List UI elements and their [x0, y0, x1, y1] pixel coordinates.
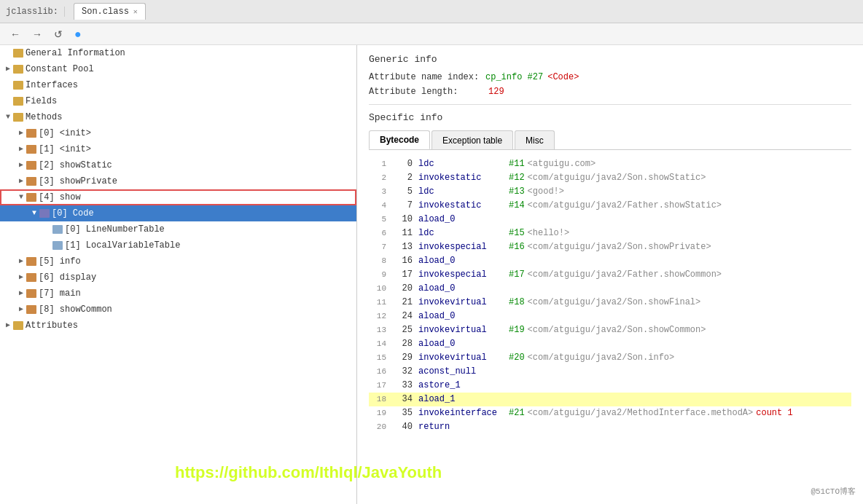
bc-linenum-2: 2	[369, 171, 386, 185]
bc-opcode-8: aload_0	[418, 254, 506, 268]
bc-opcode-2: invokestatic	[418, 171, 506, 185]
tree-item-methods-5-info[interactable]: ▶[5] info	[0, 253, 356, 269]
tree-item-methods-4-show-0-code[interactable]: ▼[0] Code	[0, 205, 356, 221]
tree-icon-methods-6-display	[26, 273, 36, 282]
tree-arrow-methods-4-show: ▼	[16, 191, 26, 204]
bc-ref-6: #15	[509, 227, 525, 240]
bc-offset-18: 34	[392, 393, 413, 406]
attr-name-row: Attribute name index: cp_info #27 <Code>	[369, 72, 851, 82]
tab-bar: jclasslib: Son.class ✕	[0, 0, 863, 23]
tree-icon-methods-4-show-0-code	[39, 209, 50, 218]
tree-label-methods-4-show-code-1-lvt: [1] LocalVariableTable	[65, 239, 180, 252]
tree-arrow-methods-3-showprivate: ▶	[16, 175, 26, 188]
tree-item-methods-7-main[interactable]: ▶[7] main	[0, 286, 356, 302]
tree-icon-attributes	[13, 321, 23, 330]
tree-item-methods-2-showstatic[interactable]: ▶[2] showStatic	[0, 157, 356, 173]
tree-icon-methods-3-showprivate	[26, 177, 36, 186]
main-layout: General Information▶Constant PoolInterfa…	[0, 45, 863, 504]
tab-exception-table[interactable]: Exception table	[432, 130, 513, 149]
bc-linenum-3: 3	[369, 185, 386, 199]
bytecode-row-14: 1428aload_0	[369, 337, 851, 351]
bc-offset-3: 5	[392, 185, 413, 199]
bc-ref-19: #21	[509, 406, 525, 420]
tree-arrow-methods-1-init: ▶	[16, 143, 26, 156]
tree-label-fields: Fields	[26, 95, 57, 108]
bytecode-row-18: 1834aload_1	[369, 393, 851, 406]
tree-item-methods-3-showprivate[interactable]: ▶[3] showPrivate	[0, 173, 356, 189]
attr-name-value: cp_info #27	[485, 72, 543, 82]
bc-offset-11: 21	[392, 296, 413, 310]
tree-label-constant-pool: Constant Pool	[26, 63, 94, 76]
tree-item-general-info[interactable]: General Information	[0, 45, 356, 61]
bc-ref-3: #13	[509, 185, 525, 199]
tree-item-constant-pool[interactable]: ▶Constant Pool	[0, 61, 356, 77]
forward-button[interactable]: →	[28, 27, 47, 42]
bc-linenum-8: 8	[369, 254, 386, 268]
bytecode-row-5: 510aload_0	[369, 213, 851, 227]
tree-label-methods: Methods	[26, 111, 62, 124]
bc-opcode-6: ldc	[418, 227, 506, 240]
tree-icon-constant-pool	[13, 65, 23, 74]
tree-icon-methods	[13, 113, 23, 122]
tree-item-methods-6-display[interactable]: ▶[6] display	[0, 269, 356, 286]
separator	[369, 104, 851, 105]
bc-opcode-5: aload_0	[418, 213, 506, 227]
tree-icon-methods-2-showstatic	[26, 161, 36, 170]
tree-item-methods-1-init[interactable]: ▶[1] <init>	[0, 141, 356, 157]
bc-offset-8: 16	[392, 254, 413, 268]
attr-name-label: Attribute name index:	[369, 72, 485, 82]
generic-info-title: Generic info	[369, 54, 851, 65]
bc-offset-16: 32	[392, 365, 413, 379]
bc-linenum-5: 5	[369, 213, 386, 227]
bc-comment-4: <com/atguigu/java2/Father.showStatic>	[528, 199, 722, 213]
bc-ref-15: #20	[509, 351, 525, 365]
bc-linenum-11: 11	[369, 296, 386, 310]
back-button[interactable]: ←	[6, 27, 25, 42]
bc-linenum-10: 10	[369, 282, 386, 296]
bc-opcode-14: aload_0	[418, 337, 506, 351]
tab-close-icon[interactable]: ✕	[133, 7, 138, 16]
bc-linenum-7: 7	[369, 240, 386, 254]
son-class-tab[interactable]: Son.class ✕	[74, 3, 146, 20]
tree-icon-methods-4-show	[26, 193, 36, 202]
circle-button[interactable]: ●	[70, 26, 86, 42]
tree-item-methods-8-showcommon[interactable]: ▶[8] showCommon	[0, 302, 356, 318]
bytecode-row-12: 1224aload_0	[369, 310, 851, 323]
bc-linenum-18: 18	[369, 393, 386, 406]
bc-opcode-16: aconst_null	[418, 365, 506, 379]
bc-comment-13: <com/atguigu/java2/Son.showCommon>	[528, 323, 706, 337]
tab-misc[interactable]: Misc	[515, 130, 555, 149]
refresh-button[interactable]: ↺	[50, 27, 67, 42]
bc-offset-14: 28	[392, 337, 413, 351]
tree-item-methods-4-show[interactable]: ▼[4] show	[0, 189, 356, 205]
tree-arrow-methods: ▼	[3, 111, 13, 124]
tree-arrow-methods-5-info: ▶	[16, 255, 26, 268]
tree-item-methods-4-show-code-1-lvt[interactable]: [1] LocalVariableTable	[0, 237, 356, 253]
bc-comment-6: <hello!>	[528, 227, 570, 240]
tree-icon-methods-4-show-code-0-lnt	[52, 225, 63, 234]
toolbar: ← → ↺ ●	[0, 23, 863, 45]
bytecode-row-7: 713invokespecial#16 <com/atguigu/java2/S…	[369, 240, 851, 254]
bc-linenum-1: 1	[369, 157, 386, 171]
attr-length-label: Attribute length:	[369, 87, 485, 97]
tab-bytecode[interactable]: Bytecode	[369, 130, 430, 149]
tree-label-methods-1-init: [1] <init>	[39, 143, 91, 156]
bytecode-row-19: 1935invokeinterface#21 <com/atguigu/java…	[369, 406, 851, 420]
bytecode-row-1: 10ldc#11 <atguigu.com>	[369, 157, 851, 171]
bc-offset-17: 33	[392, 379, 413, 393]
tree-item-attributes[interactable]: ▶Attributes	[0, 318, 356, 334]
bc-linenum-15: 15	[369, 351, 386, 365]
right-panel: Generic info Attribute name index: cp_in…	[357, 45, 863, 504]
tree-label-methods-8-showcommon: [8] showCommon	[39, 303, 112, 316]
bc-opcode-15: invokevirtual	[418, 351, 506, 365]
tree-label-methods-4-show: [4] show	[39, 191, 81, 204]
bc-opcode-1: ldc	[418, 157, 506, 171]
tree-item-methods-0-init[interactable]: ▶[0] <init>	[0, 125, 356, 141]
bc-opcode-13: invokevirtual	[418, 323, 506, 337]
bytecode-row-20: 2040return	[369, 420, 851, 434]
tree-item-fields[interactable]: Fields	[0, 93, 356, 109]
tree-item-methods-4-show-code-0-lnt[interactable]: [0] LineNumberTable	[0, 221, 356, 237]
tree-label-interfaces: Interfaces	[26, 79, 78, 92]
tree-item-methods[interactable]: ▼Methods	[0, 109, 356, 125]
tree-item-interfaces[interactable]: Interfaces	[0, 77, 356, 93]
